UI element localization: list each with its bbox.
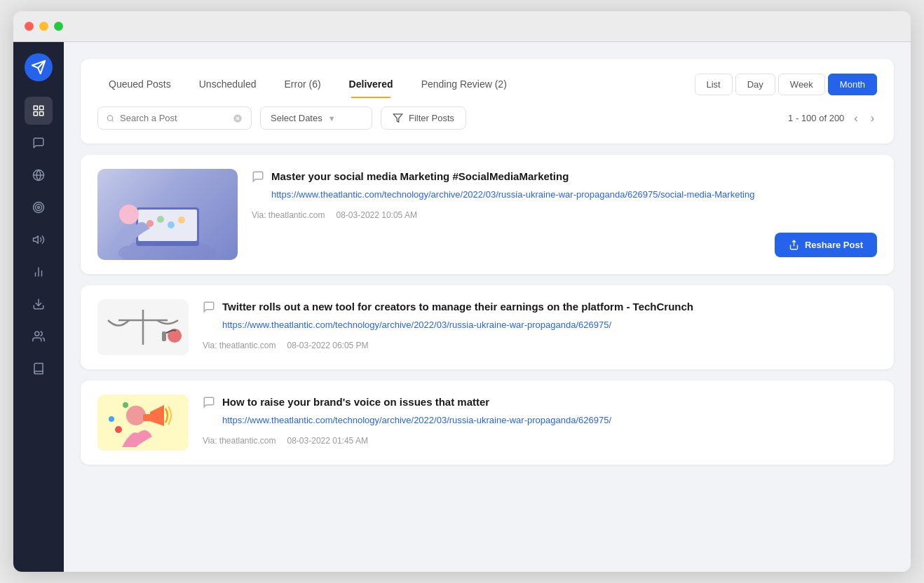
tab-pending-review[interactable]: Pending Review (2) bbox=[410, 73, 518, 95]
post-meta-2: Via: theatlantic.com 08-03-2022 06:05 PM bbox=[203, 341, 877, 350]
view-week-button[interactable]: Week bbox=[778, 74, 825, 95]
reshare-button-1[interactable]: Reshare Post bbox=[775, 233, 877, 257]
view-month-button[interactable]: Month bbox=[828, 74, 877, 95]
sidebar-item-dashboard[interactable] bbox=[25, 97, 53, 125]
sidebar-item-analytics[interactable] bbox=[25, 258, 53, 286]
search-box[interactable] bbox=[97, 107, 252, 130]
tab-unscheduled[interactable]: Unscheduled bbox=[188, 73, 268, 95]
svg-rect-37 bbox=[97, 395, 189, 451]
svg-point-29 bbox=[168, 221, 175, 228]
svg-marker-11 bbox=[34, 236, 39, 244]
pagination-text: 1 - 100 of 200 bbox=[788, 113, 844, 123]
search-icon bbox=[107, 114, 114, 123]
tabs-list: Queued Posts Unscheduled Error (6) Deliv… bbox=[97, 73, 518, 95]
sidebar-item-users[interactable] bbox=[25, 322, 53, 350]
tab-delivered[interactable]: Delivered bbox=[338, 73, 405, 95]
post-header-1: Master your social media Marketing #Soci… bbox=[252, 169, 877, 210]
post-date-2: 08-03-2022 06:05 PM bbox=[287, 341, 369, 350]
view-buttons: List Day Week Month bbox=[695, 74, 878, 95]
post-content-2: Twitter rolls out a new tool for creator… bbox=[222, 299, 693, 341]
app-logo[interactable] bbox=[25, 53, 53, 81]
post-date-1: 08-03-2022 10:05 AM bbox=[337, 210, 417, 220]
post-title-2: Twitter rolls out a new tool for creator… bbox=[222, 299, 693, 314]
post-date-3: 08-03-2022 01:45 AM bbox=[287, 436, 368, 446]
post-thumbnail-2 bbox=[97, 299, 189, 355]
svg-point-26 bbox=[119, 205, 139, 224]
post-meta-1: Via: theatlantic.com 08-03-2022 10:05 AM bbox=[252, 210, 877, 220]
post-message-icon-2 bbox=[203, 301, 215, 316]
sidebar-item-library[interactable] bbox=[25, 355, 53, 383]
sidebar-item-target[interactable] bbox=[25, 193, 53, 221]
pagination: 1 - 100 of 200 ‹ › bbox=[788, 111, 877, 126]
post-thumbnail-1 bbox=[97, 169, 238, 260]
svg-point-27 bbox=[147, 220, 154, 227]
clear-search-button[interactable] bbox=[233, 114, 243, 123]
sidebar-item-network[interactable] bbox=[25, 161, 53, 189]
post-link-3[interactable]: https://www.theatlantic.com/technology/a… bbox=[222, 413, 611, 427]
svg-marker-22 bbox=[393, 114, 402, 122]
post-message-icon-3 bbox=[203, 396, 215, 411]
svg-rect-36 bbox=[162, 331, 166, 341]
date-select[interactable]: Select Dates ▼ bbox=[260, 107, 372, 130]
post-content-3: How to raise your brand's voice on issue… bbox=[222, 395, 611, 436]
post-via-2: Via: theatlantic.com bbox=[203, 341, 276, 350]
svg-point-42 bbox=[123, 402, 128, 408]
post-via-1: Via: theatlantic.com bbox=[252, 210, 325, 220]
post-link-1[interactable]: https://www.theatlantic.com/technology/a… bbox=[271, 188, 754, 202]
post-card-3: How to raise your brand's voice on issue… bbox=[81, 380, 894, 465]
tab-error[interactable]: Error (6) bbox=[273, 73, 332, 95]
sidebar-item-messages[interactable] bbox=[25, 129, 53, 157]
svg-point-17 bbox=[107, 115, 112, 120]
post-content-1: Master your social media Marketing #Soci… bbox=[271, 169, 754, 210]
svg-point-28 bbox=[157, 216, 164, 223]
filter-bar: Select Dates ▼ Filter Posts 1 - 100 of 2… bbox=[97, 107, 877, 130]
filter-label: Filter Posts bbox=[409, 113, 454, 123]
sidebar bbox=[13, 42, 64, 572]
post-image-1 bbox=[97, 169, 238, 260]
close-button[interactable] bbox=[25, 22, 34, 31]
post-body-3: How to raise your brand's voice on issue… bbox=[203, 395, 877, 446]
svg-rect-39 bbox=[143, 414, 151, 421]
post-card-2: Twitter rolls out a new tool for creator… bbox=[81, 285, 894, 369]
svg-point-41 bbox=[109, 416, 114, 422]
tabs-card: Queued Posts Unscheduled Error (6) Deliv… bbox=[81, 59, 894, 144]
date-select-label: Select Dates bbox=[271, 113, 322, 123]
post-meta-3: Via: theatlantic.com 08-03-2022 01:45 AM bbox=[203, 436, 877, 446]
maximize-button[interactable] bbox=[54, 22, 63, 31]
app-body: Queued Posts Unscheduled Error (6) Deliv… bbox=[13, 42, 911, 572]
svg-rect-4 bbox=[40, 112, 43, 116]
post-card-1: Master your social media Marketing #Soci… bbox=[81, 155, 894, 274]
sidebar-item-campaigns[interactable] bbox=[25, 226, 53, 254]
svg-rect-3 bbox=[40, 106, 43, 109]
svg-point-38 bbox=[126, 406, 146, 425]
post-link-2[interactable]: https://www.theatlantic.com/technology/a… bbox=[222, 318, 693, 332]
view-list-button[interactable]: List bbox=[695, 74, 733, 95]
svg-point-40 bbox=[115, 426, 122, 433]
pagination-prev[interactable]: ‹ bbox=[851, 111, 860, 126]
svg-point-30 bbox=[178, 217, 185, 224]
tabs-bar: Queued Posts Unscheduled Error (6) Deliv… bbox=[97, 73, 877, 95]
filter-icon bbox=[393, 113, 403, 123]
post-body-2: Twitter rolls out a new tool for creator… bbox=[203, 299, 877, 350]
svg-point-10 bbox=[38, 207, 40, 209]
sidebar-item-downloads[interactable] bbox=[25, 290, 53, 318]
main-content: Queued Posts Unscheduled Error (6) Deliv… bbox=[64, 42, 911, 572]
svg-line-18 bbox=[112, 120, 114, 121]
view-day-button[interactable]: Day bbox=[735, 74, 775, 95]
reshare-icon-1 bbox=[789, 240, 799, 250]
post-message-icon-1 bbox=[252, 170, 264, 186]
pagination-next[interactable]: › bbox=[868, 111, 877, 126]
reshare-label-1: Reshare Post bbox=[805, 240, 863, 250]
svg-point-9 bbox=[36, 205, 42, 211]
search-input[interactable] bbox=[120, 113, 227, 123]
minimize-button[interactable] bbox=[39, 22, 48, 31]
svg-point-16 bbox=[35, 331, 39, 336]
post-thumbnail-3 bbox=[97, 395, 189, 451]
post-body-1: Master your social media Marketing #Soci… bbox=[252, 169, 877, 220]
post-via-3: Via: theatlantic.com bbox=[203, 436, 276, 446]
post-title-3: How to raise your brand's voice on issue… bbox=[222, 395, 611, 409]
tab-queued-posts[interactable]: Queued Posts bbox=[97, 73, 182, 95]
titlebar bbox=[13, 11, 911, 42]
post-header-2: Twitter rolls out a new tool for creator… bbox=[203, 299, 877, 341]
filter-posts-button[interactable]: Filter Posts bbox=[381, 107, 466, 130]
